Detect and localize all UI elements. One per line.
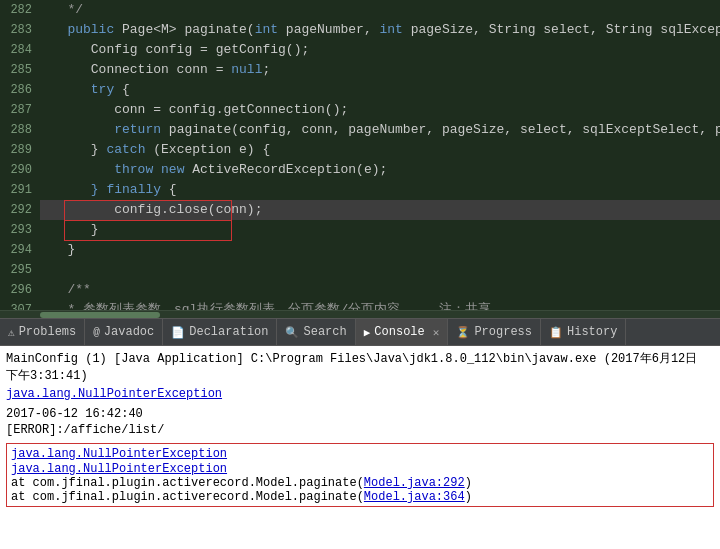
code-line-285: 285 Connection conn = null; xyxy=(0,60,720,80)
line-content-290: throw new ActiveRecordException(e); xyxy=(40,160,720,180)
tab-search-label: Search xyxy=(303,325,346,339)
console-header-text: MainConfig (1) [Java Application] C:\Pro… xyxy=(6,350,714,384)
code-line-292: 292 config.close(conn); xyxy=(0,200,720,220)
code-line-291: 291 } finally { xyxy=(0,180,720,200)
line-number-286: 286 xyxy=(0,80,40,100)
tab-javadoc-label: Javadoc xyxy=(104,325,154,339)
scrollbar-thumb[interactable] xyxy=(40,312,160,318)
code-line-296: 296 /** xyxy=(0,280,720,300)
code-line-290: 290 throw new ActiveRecordException(e); xyxy=(0,160,720,180)
line-number-291: 291 xyxy=(0,180,40,200)
tab-problems[interactable]: ⚠ Problems xyxy=(0,319,85,345)
history-icon: 📋 xyxy=(549,326,563,339)
code-line-294: 294 } xyxy=(0,240,720,260)
progress-icon: ⏳ xyxy=(456,326,470,339)
code-line-283: 283 public Page<M> paginate(int pageNumb… xyxy=(0,20,720,40)
line-number-307: 307 xyxy=(0,300,40,310)
search-icon: 🔍 xyxy=(285,326,299,339)
stack-line-4: at com.jfinal.plugin.activerecord.Model.… xyxy=(11,490,709,504)
line-content-282: */ xyxy=(40,0,720,20)
line-number-288: 288 xyxy=(0,120,40,140)
line-content-307: * 参数列表参数，sql执行参数列表，分页参数/分页内容 ... 注：共享 xyxy=(40,300,720,310)
tab-problems-label: Problems xyxy=(19,325,77,339)
tab-javadoc[interactable]: @ Javadoc xyxy=(85,319,163,345)
declaration-icon: 📄 xyxy=(171,326,185,339)
timestamp: 2017-06-12 16:42:40 xyxy=(6,407,714,421)
tab-history-label: History xyxy=(567,325,617,339)
console-icon: ▶ xyxy=(364,326,371,339)
line-number-293: 293 xyxy=(0,220,40,240)
code-editor: 282 */283 public Page<M> paginate(int pa… xyxy=(0,0,720,310)
tab-search[interactable]: 🔍 Search xyxy=(277,319,355,345)
tab-declaration[interactable]: 📄 Declaration xyxy=(163,319,277,345)
stack-line-2: java.lang.NullPointerException xyxy=(11,461,709,476)
line-number-296: 296 xyxy=(0,280,40,300)
line-content-289: } catch (Exception e) { xyxy=(40,140,720,160)
first-error-link[interactable]: java.lang.NullPointerException xyxy=(6,387,222,401)
line-content-293: } xyxy=(40,220,720,240)
line-content-292: config.close(conn); xyxy=(40,200,720,220)
tab-progress-label: Progress xyxy=(474,325,532,339)
line-number-290: 290 xyxy=(0,160,40,180)
line-content-294: } xyxy=(40,240,720,260)
line-content-291: } finally { xyxy=(40,180,720,200)
code-line-282: 282 */ xyxy=(0,0,720,20)
stack-line-3: at com.jfinal.plugin.activerecord.Model.… xyxy=(11,476,709,490)
code-line-307: 307 * 参数列表参数，sql执行参数列表，分页参数/分页内容 ... 注：共… xyxy=(0,300,720,310)
javadoc-icon: @ xyxy=(93,326,100,338)
error-path-text: [ERROR]:/affiche/list/ xyxy=(6,421,714,439)
line-number-295: 295 xyxy=(0,260,40,280)
line-number-287: 287 xyxy=(0,100,40,120)
code-line-295: 295 xyxy=(0,260,720,280)
model-java-364-link[interactable]: Model.java:364 xyxy=(364,490,465,504)
console-output: MainConfig (1) [Java Application] C:\Pro… xyxy=(0,346,720,549)
tab-console-label: Console xyxy=(374,325,424,339)
model-java-292-link[interactable]: Model.java:292 xyxy=(364,476,465,490)
error-stack-box: java.lang.NullPointerException java.lang… xyxy=(6,443,714,507)
bottom-tab-bar: ⚠ Problems @ Javadoc 📄 Declaration 🔍 Sea… xyxy=(0,318,720,346)
line-content-287: conn = config.getConnection(); xyxy=(40,100,720,120)
problems-icon: ⚠ xyxy=(8,326,15,339)
tab-console[interactable]: ▶ Console ✕ xyxy=(356,319,449,345)
line-content-296: /** xyxy=(40,280,720,300)
code-line-286: 286 try { xyxy=(0,80,720,100)
app-container: 282 */283 public Page<M> paginate(int pa… xyxy=(0,0,720,549)
line-content-286: try { xyxy=(40,80,720,100)
editor-horizontal-scrollbar[interactable] xyxy=(0,310,720,318)
null-pointer-1[interactable]: java.lang.NullPointerException xyxy=(11,447,227,461)
line-number-292: 292 xyxy=(0,200,40,220)
code-line-288: 288 return paginate(config, conn, pageNu… xyxy=(0,120,720,140)
console-close-icon[interactable]: ✕ xyxy=(433,326,440,339)
line-content-283: public Page<M> paginate(int pageNumber, … xyxy=(40,20,720,40)
tab-declaration-label: Declaration xyxy=(189,325,268,339)
tab-progress[interactable]: ⏳ Progress xyxy=(448,319,541,345)
line-content-285: Connection conn = null; xyxy=(40,60,720,80)
code-line-287: 287 conn = config.getConnection(); xyxy=(0,100,720,120)
line-number-289: 289 xyxy=(0,140,40,160)
line-content-284: Config config = getConfig(); xyxy=(40,40,720,60)
code-line-284: 284 Config config = getConfig(); xyxy=(0,40,720,60)
line-number-294: 294 xyxy=(0,240,40,260)
line-number-284: 284 xyxy=(0,40,40,60)
null-pointer-2[interactable]: java.lang.NullPointerException xyxy=(11,462,227,476)
line-number-282: 282 xyxy=(0,0,40,20)
line-number-285: 285 xyxy=(0,60,40,80)
tab-history[interactable]: 📋 History xyxy=(541,319,626,345)
line-content-288: return paginate(config, conn, pageNumber… xyxy=(40,120,720,140)
stack-line-1: java.lang.NullPointerException xyxy=(11,446,709,461)
code-line-289: 289 } catch (Exception e) { xyxy=(0,140,720,160)
code-line-293: 293 } xyxy=(0,220,720,240)
line-number-283: 283 xyxy=(0,20,40,40)
